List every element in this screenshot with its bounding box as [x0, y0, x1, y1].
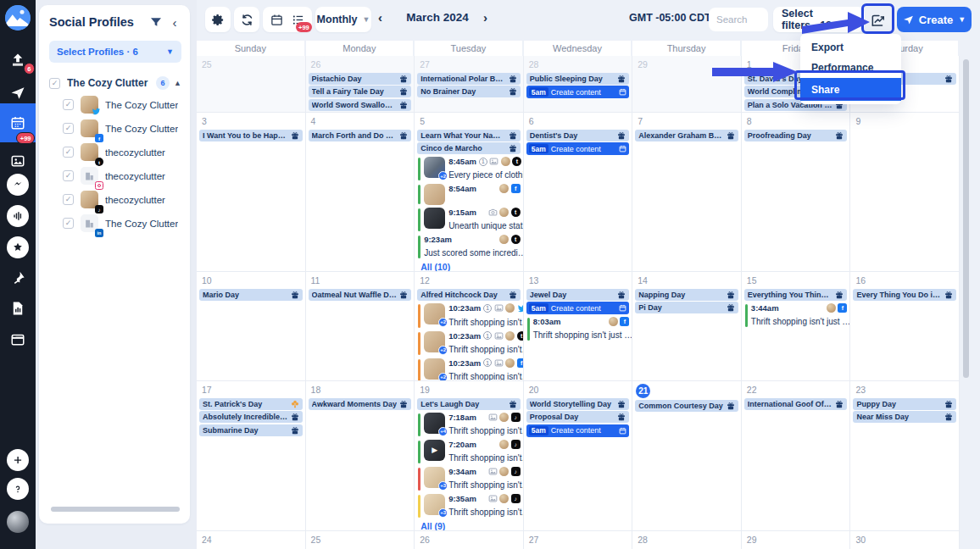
group-checkbox[interactable]: ✓ [49, 78, 60, 89]
day-cell-16[interactable]: 16Every Thing You Do is Right … [850, 272, 960, 381]
refresh-button[interactable] [234, 7, 259, 32]
profile-checkbox[interactable]: ✓ [63, 123, 74, 134]
holiday-pill[interactable]: Proposal Day [526, 411, 630, 423]
horizontal-scrollbar[interactable] [51, 507, 180, 512]
holiday-pill[interactable]: I Want You to be Happy Day [199, 130, 303, 141]
day-cell-4[interactable]: 4March Forth and Do Someth… [306, 113, 415, 272]
day-cell-5[interactable]: 5Learn What Your Name Mea…Cinco de March… [415, 113, 524, 272]
profiles-filter-icon[interactable] [149, 15, 163, 29]
day-cell-27[interactable]: 27International Polar Bear DayNo Brainer… [415, 56, 524, 113]
select-profiles-dropdown[interactable]: Select Profiles · 6 ▼ [49, 41, 181, 63]
content-slot-pill[interactable]: 5amCreate content [526, 142, 630, 155]
holiday-pill[interactable]: Let's Laugh Day [417, 398, 521, 410]
profile-checkbox[interactable]: ✓ [63, 194, 74, 205]
menu-item-share[interactable]: Share [800, 78, 901, 101]
holiday-pill[interactable]: St. Patrick's Day [199, 398, 303, 410]
holiday-pill[interactable]: Learn What Your Name Mea… [417, 130, 521, 141]
profile-group-row[interactable]: ✓ The Cozy Clutter 6 ▲ [49, 76, 181, 90]
rail-item-add-icon[interactable] [0, 447, 36, 473]
day-cell-25[interactable]: 25 [306, 531, 415, 549]
holiday-pill[interactable]: Pistachio Day [309, 73, 412, 85]
share-performance-button[interactable] [867, 8, 889, 30]
holiday-pill[interactable]: International Goof Off Day [744, 398, 848, 410]
filters-dropdown[interactable]: Select filters · 18 ▼ [773, 7, 865, 32]
day-cell-15[interactable]: 15Everything You Think is Wro…3:44amfThr… [742, 272, 851, 381]
day-cell-11[interactable]: 11Oatmeal Nut Waffle Day [306, 272, 415, 381]
holiday-pill[interactable]: Alfred Hitchcock Day [417, 289, 521, 301]
rail-item-publish-icon[interactable]: 6 [0, 47, 36, 73]
day-cell-28[interactable]: 28 [632, 531, 742, 549]
profile-row-instagram[interactable]: ✓thecozyclutter [63, 167, 183, 185]
day-cell-23[interactable]: 23Puppy DayNear Miss Day [850, 381, 960, 531]
holiday-pill[interactable]: World Storytelling Day [526, 398, 630, 410]
menu-item-export[interactable]: Export [800, 37, 901, 58]
day-cell-27[interactable]: 27 [524, 531, 633, 549]
rail-item-report-icon[interactable] [0, 296, 36, 321]
day-cell-17[interactable]: 17St. Patrick's DayAbsolutely Incredible… [197, 381, 306, 531]
holiday-pill[interactable]: Jewel Day [526, 289, 630, 301]
profile-checkbox[interactable]: ✓ [63, 147, 74, 158]
holiday-pill[interactable]: Everything You Think is Wro… [744, 289, 848, 301]
scheduled-post[interactable]: 9:23amtJust scored some incredi… [418, 235, 521, 259]
day-cell-13[interactable]: 13Jewel Day5amCreate content8:03amfThrif… [524, 272, 633, 381]
holiday-pill[interactable]: Pi Day [635, 302, 738, 313]
holiday-pill[interactable]: Napping Day [635, 289, 738, 301]
day-cell-7[interactable]: 7Alexander Graham Bell Day [632, 113, 742, 272]
rail-item-paper-plane-icon[interactable] [0, 80, 36, 106]
holiday-pill[interactable]: Mario Day [199, 289, 303, 301]
settings-button[interactable] [205, 7, 231, 32]
content-slot-pill[interactable]: 5amCreate content [526, 86, 630, 98]
day-cell-29[interactable]: 29 [742, 531, 851, 549]
scheduled-post[interactable]: +39:34am♪Thrift shopping isn't… [418, 467, 521, 491]
rail-item-star-badge-icon[interactable] [0, 235, 36, 260]
scheduled-post[interactable]: +47:18am♪Thrift shopping isn't… [418, 413, 521, 437]
scheduled-post[interactable]: +210:23am1Thrift shopping isn't… [418, 303, 521, 329]
scheduled-post[interactable]: +39:35am♪Thrift shopping isn't… [418, 494, 521, 518]
holiday-pill[interactable]: No Brainer Day [417, 86, 521, 97]
holiday-pill[interactable]: Cinco de Marcho [417, 142, 521, 154]
profile-row-twitter[interactable]: ✓The Cozy Clutter [63, 96, 183, 114]
day-cell-26[interactable]: 26Pistachio DayTell a Fairy Tale DayWorl… [306, 56, 415, 113]
holiday-pill[interactable]: Every Thing You Do is Right … [853, 289, 956, 301]
rail-item-app-logo[interactable] [0, 5, 36, 30]
holiday-pill[interactable]: International Polar Bear Day [417, 73, 521, 85]
day-cell-6[interactable]: 6Dentist's Day5amCreate content [524, 113, 633, 272]
holiday-pill[interactable]: Submarine Day [199, 424, 303, 436]
holiday-pill[interactable]: Common Courtesy Day [635, 400, 738, 412]
day-cell-9[interactable]: 9 [850, 113, 960, 272]
day-cell-18[interactable]: 18Awkward Moments Day [306, 381, 415, 531]
holiday-pill[interactable]: Absolutely Incredible Kid Day [199, 411, 303, 423]
holiday-pill[interactable]: Puppy Day [853, 398, 956, 410]
day-cell-10[interactable]: 10Mario Day [197, 272, 306, 381]
day-cell-3[interactable]: 3I Want You to be Happy Day [197, 113, 306, 272]
rail-item-user-avatar[interactable] [0, 509, 36, 535]
holiday-pill[interactable]: Oatmeal Nut Waffle Day [309, 289, 412, 301]
day-cell-29[interactable]: 29 [632, 56, 742, 113]
holiday-pill[interactable]: Alexander Graham Bell Day [635, 130, 738, 141]
profile-row-linkedin[interactable]: ✓inThe Cozy Clutter [63, 214, 183, 232]
day-cell-28[interactable]: 28Public Sleeping Day5amCreate content [524, 56, 633, 113]
rail-item-pin-icon[interactable] [0, 265, 36, 291]
scheduled-post[interactable]: 3:44amfThrift shopping isn't just … [745, 303, 848, 328]
create-button[interactable]: Create ▼ [897, 7, 972, 32]
profile-row-facebook[interactable]: ✓fThe Cozy Clutter [63, 119, 183, 137]
scheduled-post[interactable]: 8:03amfThrift shopping isn't just … [527, 317, 630, 341]
search-input[interactable] [709, 8, 768, 31]
holiday-pill[interactable]: Awkward Moments Day [309, 398, 412, 410]
day-cell-19[interactable]: 19Let's Laugh Day+47:18am♪Thrift shoppin… [415, 381, 524, 531]
next-month-button[interactable]: › [483, 10, 487, 25]
scheduled-post[interactable]: +210:23am1tThrift shopping isn't… [418, 331, 521, 356]
panel-collapse-icon[interactable]: ‹ [168, 15, 181, 29]
profile-checkbox[interactable]: ✓ [63, 99, 74, 110]
profile-row-tiktok[interactable]: ✓♪thecozyclutter [63, 191, 183, 208]
holiday-pill[interactable]: Tell a Fairy Tale Day [309, 86, 412, 97]
holiday-pill[interactable]: March Forth and Do Someth… [309, 130, 412, 141]
holiday-pill[interactable]: Public Sleeping Day [526, 73, 630, 85]
day-cell-20[interactable]: 20World Storytelling DayProposal Day5amC… [524, 381, 633, 531]
holiday-pill[interactable]: Dentist's Day [526, 130, 630, 141]
show-all-link[interactable]: All (9) [420, 521, 523, 531]
menu-item-performance[interactable]: Performance [800, 58, 901, 78]
holiday-pill[interactable]: Near Miss Day [853, 411, 956, 423]
scheduled-post[interactable]: 9:15amtUnearth unique stat… [418, 208, 521, 232]
rail-item-help-icon[interactable] [0, 476, 36, 502]
